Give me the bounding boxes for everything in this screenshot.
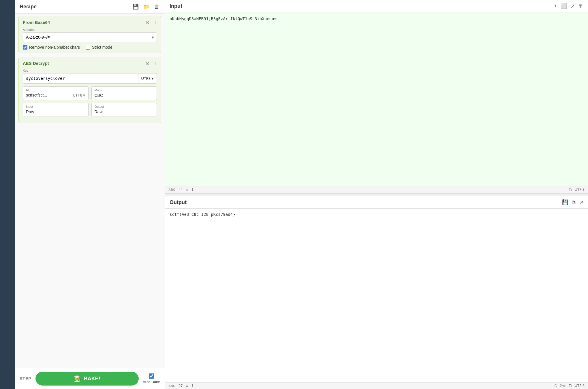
from-base64-card: From Base64 ⊘ ⏸ Alphabet A-Za-z0-9+/=: [18, 16, 161, 53]
alphabet-label: Alphabet: [23, 28, 157, 31]
aes-output-block: Output Raw: [91, 103, 157, 116]
input-abc-badge: ABC: [168, 188, 175, 191]
recipe-panel: Recipe 💾 📁 🗑 From Base64 ⊘ ⏸ Alphabet: [15, 0, 165, 389]
input-export-button[interactable]: ↗: [570, 3, 575, 9]
output-text-format-icon: Tт: [569, 384, 572, 388]
recipe-toolbar: 💾 📁 🗑: [132, 3, 160, 10]
mode-value: CBC: [95, 93, 103, 98]
aes-input-value: Raw: [26, 109, 34, 114]
step-label: STEP: [20, 376, 31, 381]
remove-non-alphabet-text: Remove non-alphabet chars: [29, 45, 80, 50]
auto-bake-checkbox[interactable]: [149, 373, 154, 379]
output-value: sctf{Ae3_C8c_I28_pKcs79ad4}: [170, 212, 235, 217]
sidebar: [0, 0, 15, 389]
key-label: Key: [23, 69, 157, 72]
output-section: Output 💾 ⧉ ↗ sctf{Ae3_C8c_I28_pKcs79ad4}…: [165, 196, 588, 389]
output-title: Output: [170, 199, 187, 205]
aes-decrypt-title: AES Decrypt: [23, 61, 49, 66]
input-text-format-icon: Tт: [569, 188, 572, 192]
recipe-body: From Base64 ⊘ ⏸ Alphabet A-Za-z0-9+/=: [15, 14, 165, 368]
aes-decrypt-disable-button[interactable]: ⊘: [146, 61, 149, 66]
output-time: 2ms: [560, 384, 567, 388]
input-window-button[interactable]: ⬜: [561, 3, 567, 9]
bake-button[interactable]: 👨‍🍳 BAKE!: [35, 372, 139, 386]
strict-mode-checkbox[interactable]: [86, 45, 90, 50]
aes-decrypt-actions: ⊘ ⏸: [146, 61, 157, 66]
output-encoding: UTF-8: [575, 384, 585, 388]
remove-non-alphabet-label[interactable]: Remove non-alphabet chars: [23, 45, 80, 50]
recipe-title: Recipe: [20, 4, 37, 10]
key-input[interactable]: [26, 76, 135, 81]
input-status-right: Tт UTF-8: [569, 188, 585, 192]
aes-decrypt-header: AES Decrypt ⊘ ⏸: [23, 61, 157, 66]
resize-divider[interactable]: · · · · · · · ·: [165, 193, 588, 196]
recipe-header: Recipe 💾 📁 🗑: [15, 0, 165, 14]
input-section: Input + ⬜ ↗ 🗑 ABC 44 ≡ 1 Tт UTF-8: [165, 0, 588, 193]
input-toolbar: + ⬜ ↗ 🗑: [554, 3, 583, 9]
main-content: Recipe 💾 📁 🗑 From Base64 ⊘ ⏸ Alphabet: [15, 0, 588, 389]
from-base64-actions: ⊘ ⏸: [146, 20, 157, 25]
key-encoding-label: UTF8: [141, 76, 151, 81]
strict-mode-label[interactable]: Strict mode: [86, 45, 112, 50]
output-content: sctf{Ae3_C8c_I28_pKcs79ad4}: [165, 209, 588, 382]
io-panel: Input + ⬜ ↗ 🗑 ABC 44 ≡ 1 Tт UTF-8: [165, 0, 588, 389]
key-input-wrapper: [23, 73, 138, 84]
checkbox-row: Remove non-alphabet chars Strict mode: [23, 45, 157, 50]
input-title: Input: [170, 3, 182, 9]
aes-output-label: Output: [95, 105, 154, 108]
output-char-count: 27: [179, 384, 183, 388]
input-encoding: UTF-8: [575, 188, 585, 192]
iv-value: sctfsctfsct...: [26, 93, 47, 97]
input-status-left: ABC 44 ≡ 1: [168, 188, 194, 192]
iv-label: IV: [26, 88, 85, 92]
remove-non-alphabet-checkbox[interactable]: [23, 45, 27, 50]
open-recipe-button[interactable]: 📁: [143, 3, 150, 10]
input-output-row: Input Raw Output Raw: [23, 103, 157, 116]
input-delete-button[interactable]: 🗑: [578, 3, 583, 9]
from-base64-disable-button[interactable]: ⊘: [146, 20, 149, 25]
aes-decrypt-card: AES Decrypt ⊘ ⏸ Key UTF8 ▾: [18, 57, 161, 123]
input-header: Input + ⬜ ↗ 🗑: [165, 0, 588, 12]
input-add-button[interactable]: +: [554, 3, 557, 9]
key-row: UTF8 ▾: [23, 73, 157, 84]
input-textarea[interactable]: [165, 12, 588, 186]
save-recipe-button[interactable]: 💾: [132, 3, 139, 10]
iv-block: IV sctfsctfsct... UTF8 ▾: [23, 86, 89, 100]
output-copy-button[interactable]: ⧉: [572, 199, 576, 205]
delete-recipe-button[interactable]: 🗑: [154, 3, 160, 10]
output-footer: ABC 27 ≡ 1 ⏱ 2ms Tт UTF-8: [165, 382, 588, 389]
aes-output-value: Raw: [95, 109, 103, 114]
output-line-count: 1: [191, 384, 194, 388]
aes-input-block: Input Raw: [23, 103, 89, 116]
chef-icon: 👨‍🍳: [74, 375, 81, 382]
output-toolbar: 💾 ⧉ ↗: [562, 199, 583, 205]
mode-label: Mode: [95, 88, 154, 92]
input-line-icon: ≡: [186, 188, 188, 192]
output-line-icon: ≡: [186, 384, 188, 388]
output-abc-badge: ABC: [168, 384, 175, 388]
key-encoding-selector[interactable]: UTF8 ▾: [138, 73, 157, 84]
output-status-left: ABC 27 ≡ 1: [168, 384, 194, 388]
input-char-count: 44: [179, 188, 183, 192]
alphabet-select-wrapper: A-Za-z0-9+/=: [23, 32, 157, 42]
aes-decrypt-pause-button[interactable]: ⏸: [152, 61, 157, 66]
aes-input-label: Input: [26, 105, 85, 108]
auto-bake-label: Auto Bake: [143, 380, 160, 384]
bake-label: BAKE!: [84, 376, 100, 382]
key-encoding-chevron: ▾: [152, 76, 154, 81]
from-base64-title: From Base64: [23, 20, 50, 25]
input-line-count: 1: [191, 188, 194, 192]
output-save-button[interactable]: 💾: [562, 199, 568, 205]
output-expand-button[interactable]: ↗: [579, 199, 583, 205]
iv-encoding-label: UTF8: [73, 93, 82, 97]
iv-mode-row: IV sctfsctfsct... UTF8 ▾ Mode CBC: [23, 86, 157, 100]
alphabet-select[interactable]: A-Za-z0-9+/=: [23, 32, 157, 42]
from-base64-pause-button[interactable]: ⏸: [152, 20, 157, 25]
input-status-bar: ABC 44 ≡ 1 Tт UTF-8: [165, 186, 588, 193]
iv-encoding-selector[interactable]: UTF8 ▾: [73, 93, 85, 97]
drag-dots-icon: · · · · · · · ·: [366, 193, 387, 197]
recipe-footer: STEP 👨‍🍳 BAKE! Auto Bake: [15, 368, 165, 389]
mode-block: Mode CBC: [91, 86, 157, 100]
auto-bake-section: Auto Bake: [143, 373, 160, 384]
strict-mode-text: Strict mode: [92, 45, 112, 50]
